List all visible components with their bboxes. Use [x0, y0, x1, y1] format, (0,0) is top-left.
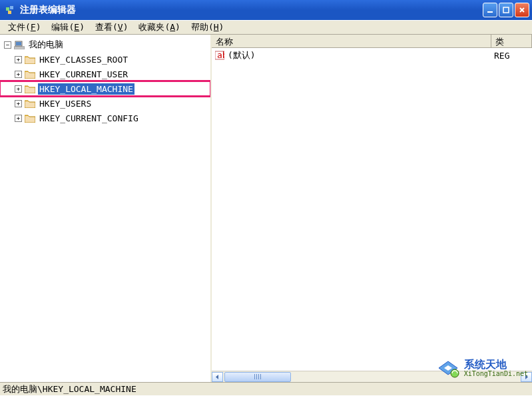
- status-bar: 我的电脑\HKEY_LOCAL_MACHINE: [0, 382, 532, 395]
- svg-rect-3: [487, 11, 493, 13]
- expand-icon[interactable]: +: [15, 56, 22, 63]
- value-type: REG: [494, 51, 509, 61]
- tree-item-label: HKEY_CURRENT_USER: [38, 69, 129, 80]
- tree-item-hkcc[interactable]: +HKEY_CURRENT_CONFIG: [0, 111, 210, 125]
- tree-item-label: HKEY_CLASSES_ROOT: [38, 54, 129, 65]
- collapse-icon[interactable]: −: [4, 41, 11, 49]
- scroll-track[interactable]: [223, 372, 521, 382]
- menu-help[interactable]: 帮助(H): [186, 20, 229, 35]
- list-pane: 名称 类 ab(默认)REG: [212, 35, 532, 382]
- tree-item-hkcu[interactable]: +HKEY_CURRENT_USER: [0, 67, 210, 81]
- scroll-left-button[interactable]: [212, 372, 223, 382]
- expand-icon[interactable]: +: [15, 71, 22, 78]
- tree-item-hklm[interactable]: +HKEY_LOCAL_MACHINE: [0, 81, 210, 96]
- registry-tree: − 我的电脑 +HKEY_CLASSES_ROOT+HKEY_CURRENT_U…: [0, 37, 210, 125]
- string-value-icon: ab: [214, 50, 225, 61]
- expand-icon[interactable]: +: [15, 115, 22, 122]
- computer-icon: [14, 41, 25, 49]
- main-content: − 我的电脑 +HKEY_CLASSES_ROOT+HKEY_CURRENT_U…: [0, 35, 532, 382]
- list-row[interactable]: ab(默认)REG: [212, 49, 532, 61]
- svg-rect-1: [10, 6, 13, 9]
- menu-view[interactable]: 查看(V): [90, 20, 133, 35]
- scroll-thumb[interactable]: [224, 372, 291, 382]
- expand-icon[interactable]: +: [15, 100, 22, 107]
- window-buttons: [483, 3, 529, 17]
- tree-item-label: HKEY_LOCAL_MACHINE: [38, 83, 134, 95]
- tree-item-hkcr[interactable]: +HKEY_CLASSES_ROOT: [0, 52, 210, 67]
- close-button[interactable]: [515, 3, 529, 17]
- value-name: (默认): [228, 49, 494, 61]
- list-body[interactable]: ab(默认)REG: [212, 48, 532, 371]
- menu-edit[interactable]: 编辑(E): [46, 20, 89, 35]
- menu-bar: 文件(F) 编辑(E) 查看(V) 收藏夹(A) 帮助(H): [0, 20, 532, 35]
- tree-root-label: 我的电脑: [27, 38, 65, 51]
- title-bar: 注册表编辑器: [0, 0, 532, 20]
- folder-icon: [25, 114, 35, 123]
- maximize-button[interactable]: [499, 3, 513, 17]
- tree-pane[interactable]: − 我的电脑 +HKEY_CLASSES_ROOT+HKEY_CURRENT_U…: [0, 35, 212, 382]
- folder-icon: [25, 85, 35, 93]
- tree-root[interactable]: − 我的电脑: [0, 37, 210, 52]
- list-header: 名称 类: [212, 35, 532, 48]
- column-header-name[interactable]: 名称: [212, 35, 491, 47]
- svg-rect-6: [16, 42, 21, 45]
- svg-rect-4: [503, 7, 509, 13]
- svg-rect-2: [8, 11, 11, 14]
- svg-rect-0: [6, 7, 9, 11]
- folder-icon: [25, 99, 35, 108]
- svg-rect-7: [14, 47, 25, 49]
- window-title: 注册表编辑器: [20, 4, 483, 16]
- menu-favorites[interactable]: 收藏夹(A): [133, 20, 185, 35]
- column-header-type[interactable]: 类: [491, 35, 532, 47]
- svg-text:ab: ab: [217, 51, 224, 60]
- app-icon: [5, 5, 16, 15]
- scroll-right-button[interactable]: [521, 372, 532, 382]
- minimize-button[interactable]: [483, 3, 497, 17]
- expand-icon[interactable]: +: [15, 85, 22, 93]
- tree-item-hku[interactable]: +HKEY_USERS: [0, 96, 210, 111]
- menu-file[interactable]: 文件(F): [3, 20, 46, 35]
- tree-item-label: HKEY_CURRENT_CONFIG: [38, 113, 140, 124]
- status-path: 我的电脑\HKEY_LOCAL_MACHINE: [3, 383, 136, 395]
- folder-icon: [25, 55, 35, 64]
- horizontal-scrollbar: [212, 371, 532, 382]
- folder-icon: [25, 70, 35, 79]
- tree-item-label: HKEY_USERS: [38, 98, 93, 109]
